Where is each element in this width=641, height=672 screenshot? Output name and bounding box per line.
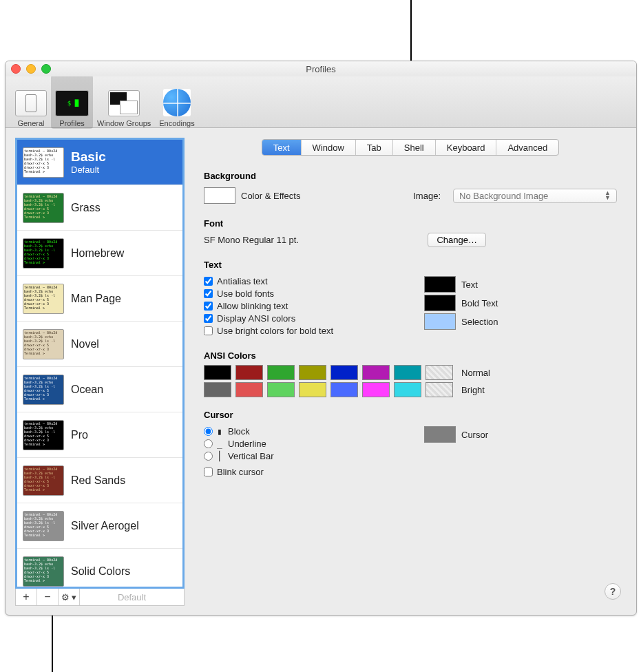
- profile-thumbnail: terminal — 80x24bash-3.2$ echobash-3.2$ …: [23, 420, 64, 450]
- tab-shell[interactable]: Shell: [393, 140, 436, 155]
- bold-color-well[interactable]: [424, 295, 456, 311]
- profile-item-red-sands[interactable]: terminal — 80x24bash-3.2$ echobash-3.2$ …: [17, 458, 182, 503]
- ansi-swatch[interactable]: [425, 365, 453, 380]
- ansi-swatch[interactable]: [425, 382, 453, 397]
- tab-keyboard[interactable]: Keyboard: [436, 140, 497, 155]
- ansi-swatch[interactable]: [267, 382, 295, 397]
- cursor-block-radio[interactable]: ▮Block: [204, 426, 397, 437]
- profile-item-ocean[interactable]: terminal — 80x24bash-3.2$ echobash-3.2$ …: [17, 367, 182, 412]
- cursor-color-well[interactable]: [424, 426, 456, 443]
- window-groups-icon: [108, 90, 140, 116]
- background-image-select[interactable]: No Background Image ▲▼: [453, 189, 617, 203]
- profile-name: Man Page: [71, 293, 121, 305]
- background-heading: Background: [204, 171, 617, 181]
- profile-name: Basic: [71, 149, 106, 165]
- profile-thumbnail: terminal — 80x24bash-3.2$ echobash-3.2$ …: [23, 329, 64, 359]
- profile-thumbnail: terminal — 80x24bash-3.2$ echobash-3.2$ …: [23, 511, 64, 541]
- profile-item-silver-aerogel[interactable]: terminal — 80x24bash-3.2$ echobash-3.2$ …: [17, 503, 182, 549]
- zoom-icon[interactable]: [41, 64, 51, 74]
- general-icon: [15, 90, 47, 116]
- profile-item-grass[interactable]: terminal — 80x24bash-3.2$ echobash-3.2$ …: [17, 185, 182, 231]
- profile-actions-menu[interactable]: ⚙︎ ▾: [59, 589, 80, 605]
- profile-name: Silver Aerogel: [71, 520, 139, 532]
- blink-cursor-checkbox[interactable]: Blink cursor: [204, 467, 397, 477]
- tab-window[interactable]: Window: [302, 140, 356, 155]
- profile-name: Homebrew: [71, 247, 124, 260]
- text-heading: Text: [204, 260, 617, 270]
- bold-fonts-checkbox[interactable]: Use bold fonts: [204, 288, 397, 299]
- chevron-updown-icon: ▲▼: [605, 191, 611, 200]
- ansi-swatch[interactable]: [394, 382, 421, 397]
- ansi-swatch[interactable]: [235, 382, 263, 397]
- ansi-swatch[interactable]: [330, 365, 358, 380]
- toolbar-label: Window Groups: [97, 119, 151, 127]
- ansi-normal-row: Normal: [204, 365, 617, 380]
- profile-name: Red Sands: [71, 474, 125, 487]
- close-icon[interactable]: [11, 64, 21, 74]
- profile-thumbnail: terminal — 80x24bash-3.2$ echobash-3.2$ …: [23, 284, 64, 314]
- settings-tabs: Text Window Tab Shell Keyboard Advanced: [262, 139, 559, 156]
- ansi-swatch[interactable]: [204, 365, 231, 380]
- toolbar-general[interactable]: General: [11, 75, 51, 129]
- blinking-checkbox[interactable]: Allow blinking text: [204, 301, 397, 311]
- minimize-icon[interactable]: [26, 64, 36, 74]
- profile-thumbnail: terminal — 80x24bash-3.2$ echobash-3.2$ …: [23, 556, 64, 587]
- cursor-heading: Cursor: [204, 410, 617, 420]
- profile-item-novel[interactable]: terminal — 80x24bash-3.2$ echobash-3.2$ …: [17, 322, 182, 367]
- profile-list-footer: + − ⚙︎ ▾ Default: [15, 589, 185, 606]
- ansi-bright-row: Bright: [204, 382, 617, 397]
- text-color-well[interactable]: [424, 276, 456, 293]
- cursor-underline-radio[interactable]: _Underline: [204, 439, 397, 449]
- cursor-vbar-radio[interactable]: │Vertical Bar: [204, 451, 397, 461]
- tab-advanced[interactable]: Advanced: [496, 140, 558, 155]
- profile-list[interactable]: terminal — 80x24bash-3.2$ echobash-3.2$ …: [15, 138, 185, 589]
- profile-name: Ocean: [71, 384, 103, 396]
- profile-item-solid-colors[interactable]: terminal — 80x24bash-3.2$ echobash-3.2$ …: [17, 549, 182, 589]
- ansi-swatch[interactable]: [299, 382, 326, 397]
- ansi-swatch[interactable]: [362, 382, 390, 397]
- toolbar-encodings[interactable]: Encodings: [155, 75, 198, 129]
- profile-item-pro[interactable]: terminal — 80x24bash-3.2$ echobash-3.2$ …: [17, 412, 182, 458]
- image-label: Image:: [413, 191, 441, 201]
- add-profile-button[interactable]: +: [16, 589, 37, 605]
- background-color-well[interactable]: [204, 187, 235, 204]
- profile-item-man-page[interactable]: terminal — 80x24bash-3.2$ echobash-3.2$ …: [17, 276, 182, 322]
- ansi-swatch[interactable]: [394, 365, 421, 380]
- ansi-swatch[interactable]: [330, 382, 358, 397]
- encodings-icon: [163, 89, 191, 116]
- color-effects-label: Color & Effects: [241, 191, 300, 201]
- tab-tab[interactable]: Tab: [356, 140, 393, 155]
- ansi-swatch[interactable]: [267, 365, 295, 380]
- ansi-colors-checkbox[interactable]: Display ANSI colors: [204, 313, 397, 324]
- settings-pane: Text Window Tab Shell Keyboard Advanced …: [194, 138, 627, 606]
- remove-profile-button[interactable]: −: [37, 589, 59, 605]
- profile-name: Novel: [71, 338, 99, 350]
- ansi-row-label: Normal: [461, 368, 490, 378]
- help-button[interactable]: ?: [605, 583, 621, 600]
- ansi-swatch[interactable]: [362, 365, 390, 380]
- selection-color-well[interactable]: [424, 313, 456, 330]
- tab-text[interactable]: Text: [262, 140, 302, 155]
- profile-item-homebrew[interactable]: terminal — 80x24bash-3.2$ echobash-3.2$ …: [17, 231, 182, 276]
- font-heading: Font: [204, 218, 617, 229]
- profile-thumbnail: terminal — 80x24bash-3.2$ echobash-3.2$ …: [23, 147, 64, 178]
- profile-thumbnail: terminal — 80x24bash-3.2$ echobash-3.2$ …: [23, 238, 64, 269]
- toolbar: General $ █ Profiles Window Groups Encod…: [6, 76, 636, 128]
- window-title: Profiles: [306, 64, 335, 74]
- toolbar-window-groups[interactable]: Window Groups: [93, 75, 155, 129]
- ansi-swatch[interactable]: [204, 382, 231, 397]
- ansi-swatch[interactable]: [299, 365, 326, 380]
- ansi-swatch[interactable]: [235, 365, 263, 380]
- profile-thumbnail: terminal — 80x24bash-3.2$ echobash-3.2$ …: [23, 465, 64, 496]
- profile-name: Solid Colors: [71, 565, 130, 578]
- bright-bold-checkbox[interactable]: Use bright colors for bold text: [204, 326, 397, 336]
- change-font-button[interactable]: Change…: [428, 233, 486, 247]
- antialias-checkbox[interactable]: Antialias text: [204, 276, 397, 286]
- toolbar-profiles[interactable]: $ █ Profiles: [51, 75, 93, 129]
- profile-item-basic[interactable]: terminal — 80x24bash-3.2$ echobash-3.2$ …: [17, 140, 182, 185]
- profile-subtitle: Default: [71, 165, 106, 175]
- toolbar-label: Encodings: [159, 119, 194, 127]
- profile-name: Grass: [71, 202, 101, 214]
- titlebar[interactable]: Profiles: [6, 61, 636, 76]
- set-default-button[interactable]: Default: [80, 589, 184, 605]
